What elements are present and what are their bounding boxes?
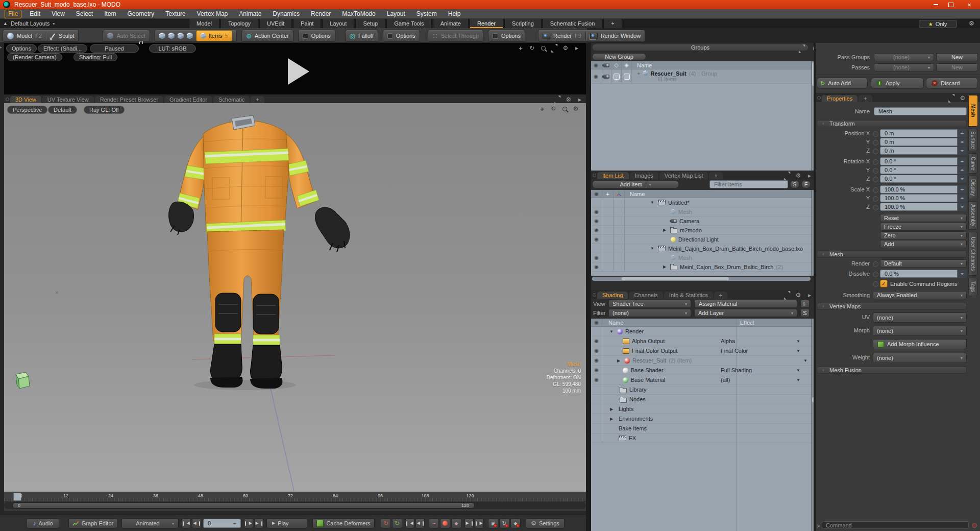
tab-uv-texture-view[interactable]: UV Texture View	[42, 96, 94, 103]
auto-add-button[interactable]: ↻ Auto Add	[817, 78, 868, 89]
visibility-eye-icon[interactable]: ◉	[591, 235, 602, 244]
dropdown-caret[interactable]: ▾	[646, 182, 651, 187]
position-z-field[interactable]: 0 m	[880, 147, 958, 155]
expand-plus-icon[interactable]: +	[637, 70, 640, 77]
expand-icon[interactable]	[550, 44, 558, 52]
menu-dynamics[interactable]: Dynamics	[267, 10, 305, 18]
action-center-options-button[interactable]: Options	[298, 30, 335, 42]
render-button[interactable]: Render	[553, 33, 572, 39]
visibility-eye-icon[interactable]: ◉	[591, 253, 602, 262]
mini-stepper[interactable]: ◂▸	[958, 203, 967, 211]
channel-dot[interactable]	[873, 177, 878, 182]
layout-tab-topology[interactable]: Topology	[220, 19, 258, 28]
scrollbar-thumb[interactable]	[622, 277, 729, 280]
filter-items-input[interactable]: Filter Items	[709, 180, 788, 188]
sculpt-mode-button[interactable]: Sculpt	[59, 33, 75, 39]
selected-filter-button[interactable]: S	[800, 309, 810, 317]
select-through-button[interactable]: Select Through	[428, 30, 483, 42]
visibility-eye-icon[interactable]: ◉	[591, 346, 602, 355]
play-button[interactable]: ▶ Play	[266, 518, 307, 528]
channel-dot[interactable]	[873, 140, 878, 146]
name-field[interactable]: Mesh	[874, 107, 967, 115]
play-overlay-icon[interactable]	[288, 58, 309, 85]
menu-texture[interactable]: Texture	[160, 10, 191, 18]
pan-icon[interactable]: +	[517, 44, 525, 52]
selected-filter-button[interactable]: S	[790, 180, 799, 188]
gear-icon[interactable]: ⚙	[561, 44, 570, 52]
channel-dot[interactable]	[873, 272, 878, 277]
morph-dropdown[interactable]: (none)▾	[873, 326, 967, 336]
edges-mode-icon[interactable]	[168, 33, 175, 39]
add-dropdown[interactable]: Add▾	[880, 240, 967, 248]
panel-arrow-icon[interactable]: ▸	[805, 292, 814, 299]
settings-button[interactable]: ⚙ Settings	[526, 518, 565, 528]
menu-view[interactable]: View	[46, 10, 70, 18]
model-mode-button[interactable]: Model	[17, 33, 32, 39]
cache-deformers-button[interactable]: Cache Deformers	[312, 518, 375, 528]
falloff-button[interactable]: ◎ Falloff	[345, 30, 378, 42]
tab-3d-view[interactable]: 3D View	[10, 96, 41, 103]
tab-add[interactable]: +	[709, 172, 722, 179]
passes-dropdown[interactable]: (none)▾	[874, 63, 934, 71]
menu-system[interactable]: System	[411, 10, 443, 18]
mini-stepper[interactable]: ◂▸	[958, 147, 967, 155]
animation-curve-icon[interactable]: ~	[429, 518, 439, 528]
go-to-end-button[interactable]: ▶	[254, 518, 263, 528]
side-tab-curve[interactable]: Curve	[968, 153, 978, 174]
channel-dot[interactable]	[873, 205, 878, 210]
mini-stepper[interactable]: ◂▸	[958, 138, 967, 146]
gear-icon[interactable]: ⚙	[794, 172, 802, 179]
auto-select-button[interactable]: Auto Select	[103, 30, 150, 42]
3d-viewport[interactable]: Perspective Default Ray GL: Off + ↻ ⚙ × …	[4, 103, 586, 492]
visibility-eye-icon[interactable]: ◉	[591, 375, 602, 384]
collapse-twirl[interactable]: ▼	[649, 246, 655, 251]
preview-shading-button[interactable]: Shading: Full	[74, 53, 117, 61]
collapse-twirl[interactable]: ▶	[608, 417, 615, 421]
perspective-button[interactable]: Perspective	[7, 106, 47, 114]
next-key-button[interactable]: ▶	[464, 518, 474, 528]
channel-dot[interactable]	[873, 196, 878, 202]
prev-key-alt-button[interactable]: ◀	[415, 518, 425, 528]
scale-x-field[interactable]: 100.0 %	[880, 185, 958, 194]
shader-row[interactable]: Bake Items	[591, 424, 812, 433]
visibility-eye-icon[interactable]: ◉	[591, 336, 602, 346]
menu-render[interactable]: Render	[305, 10, 336, 18]
add-item-button[interactable]: Add Item ▾	[592, 180, 679, 188]
preview-lut-button[interactable]: LUT: sRGB	[149, 44, 196, 53]
polygons-mode-icon[interactable]	[178, 33, 184, 39]
firefighter-suit-model[interactable]	[4, 103, 586, 492]
effect-dropdown[interactable]: ▼	[795, 368, 801, 373]
visibility-eye-icon[interactable]: ◉	[591, 366, 602, 375]
zoom-icon[interactable]	[539, 44, 547, 52]
menu-edit[interactable]: Edit	[24, 10, 46, 18]
side-tab-user-channels[interactable]: User Channels	[968, 232, 978, 276]
expand-icon[interactable]	[783, 292, 791, 299]
shader-row[interactable]: ▶Environments	[591, 414, 812, 424]
dissolve-field[interactable]: 0.0 %	[880, 270, 958, 278]
layout-tab-schematic-fusion[interactable]: Schematic Fusion	[543, 19, 602, 28]
checkbox[interactable]	[611, 69, 622, 83]
prev-key-button[interactable]: ◀	[405, 518, 414, 528]
expand-icon[interactable]	[553, 96, 561, 103]
shader-row[interactable]: ◉ Alpha Output Alpha▼	[591, 336, 812, 346]
side-tab-mesh[interactable]: Mesh	[968, 95, 978, 127]
vertex-maps-section-header[interactable]: ▼Vertex Maps	[817, 303, 967, 310]
preview-camera-button[interactable]: (Render Camera)	[7, 53, 62, 61]
visibility-eye-icon[interactable]: ◉	[591, 262, 602, 271]
channel-dot[interactable]	[873, 159, 878, 165]
layout-tab-model[interactable]: Model	[189, 19, 219, 28]
tab-item-list[interactable]: Item List	[597, 172, 629, 179]
panel-arrow-icon[interactable]: ▸	[805, 172, 814, 179]
scale-z-field[interactable]: 100.0 %	[880, 203, 958, 211]
menu-geometry[interactable]: Geometry	[122, 10, 160, 18]
mini-stepper[interactable]: ◂▸	[958, 270, 967, 278]
collapse-twirl[interactable]: ▼	[649, 200, 655, 205]
collapse-twirl[interactable]: ▶	[662, 264, 668, 269]
add-key-button[interactable]: ◆	[451, 518, 461, 528]
pass-groups-dropdown[interactable]: (none)▾	[874, 53, 934, 61]
tab-vertex-map-list[interactable]: Vertex Map List	[659, 172, 708, 179]
zoom-icon[interactable]	[560, 105, 569, 112]
mini-stepper[interactable]: ◂▸	[958, 166, 967, 174]
tab-channels[interactable]: Channels	[629, 292, 663, 299]
rotation-y-field[interactable]: 0.0 °	[880, 166, 958, 174]
